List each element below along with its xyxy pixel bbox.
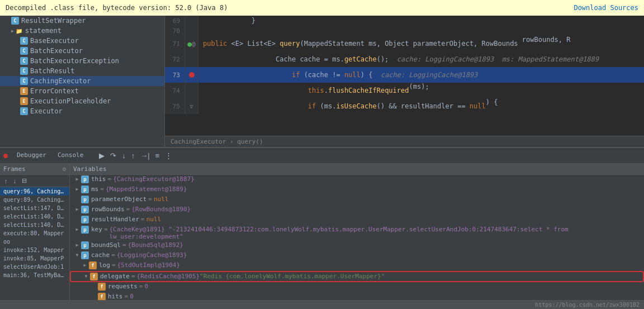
var-key[interactable]: p key = {CacheKey@1891} "-2132410446:349… — [70, 225, 644, 241]
frames-list[interactable]: query:96, CachingEx query:89, CachingEx … — [0, 187, 69, 300]
run-to-cursor-btn[interactable]: →| — [138, 150, 151, 161]
step-out-btn[interactable]: ↑ — [129, 150, 138, 161]
step-over-btn[interactable]: ↷ — [108, 150, 119, 161]
sidebar-item-batchexecutorexception[interactable]: C BatchExecutorException — [0, 56, 164, 66]
sidebar-item-executionplaceholder[interactable]: E ExecutionPlaceholder — [0, 96, 164, 106]
sidebar-item-baseexecutor[interactable]: C BaseExecutor — [0, 36, 164, 46]
line-number: 75 — [165, 98, 185, 114]
tab-debugger[interactable]: Debugger — [11, 149, 52, 162]
download-sources-link[interactable]: Download Sources — [574, 4, 638, 12]
code-lines[interactable]: 69 } 70 71 ● @ public <E> List<E> qu — [165, 16, 644, 136]
sidebar-item-executor[interactable]: C Executor — [0, 106, 164, 116]
code-line-70: 70 — [165, 26, 644, 36]
expand-icon[interactable] — [73, 226, 81, 232]
expand-icon[interactable] — [73, 251, 81, 258]
annotation-icon: @ — [192, 40, 196, 47]
line-number: 72 — [165, 51, 185, 67]
sidebar-item-batchresult[interactable]: C BatchResult — [0, 66, 164, 76]
var-requests[interactable]: f requests = 0 — [70, 282, 644, 292]
class-icon: C — [11, 17, 19, 25]
variables-list[interactable]: p this = {CachingExecutor@1887} p ms = {… — [70, 175, 644, 300]
frames-settings-icon[interactable]: ⚙ — [62, 165, 66, 173]
var-parameterobject[interactable]: p parameterObject = null — [70, 195, 644, 205]
variables-panel: Variables p this = {CachingExecutor@1887… — [70, 164, 644, 300]
line-number: 74 — [165, 83, 185, 98]
frame-item[interactable]: main:36, TestMyBati — [0, 271, 69, 279]
breadcrumb: CachingExecutor › query() — [171, 138, 263, 145]
frame-item[interactable]: selectUserAndJob:1 — [0, 263, 69, 271]
var-log[interactable]: f log = {StdOutImpl@1904} — [70, 261, 644, 271]
class-icon: C — [20, 107, 28, 115]
sidebar-item-label: BatchExecutor — [30, 47, 83, 55]
var-rowbounds[interactable]: p rowBounds = {RowBounds@1890} — [70, 205, 644, 215]
var-type-icon: p — [81, 226, 89, 234]
var-cache[interactable]: p cache = {LoggingCache@1893} — [70, 251, 644, 261]
frames-down-btn[interactable]: ↓ — [11, 176, 19, 186]
sidebar-item-batchexecutor[interactable]: C BatchExecutor — [0, 46, 164, 56]
frame-item[interactable]: query:89, CachingEx — [0, 196, 69, 204]
sidebar-item-label: ErrorContext — [30, 87, 79, 95]
frame-item[interactable]: selectList:147, Defa — [0, 204, 69, 212]
frame-item[interactable]: selectList:140, Defa — [0, 221, 69, 229]
var-delegate[interactable]: f delegate = {RedisCache@1905} "Redis {c… — [70, 271, 644, 282]
var-boundsql[interactable]: p boundSql = {BoundSql@1892} — [70, 241, 644, 251]
line-content: } — [198, 16, 255, 26]
code-line-72: 72 Cache cache = ms.getCache(); cache: L… — [165, 51, 644, 67]
var-type-icon: p — [81, 251, 89, 259]
line-gutter — [185, 16, 198, 26]
sidebar-item-label: BatchExecutorException — [30, 57, 119, 65]
expand-icon[interactable] — [73, 241, 81, 248]
code-line-71: 71 ● @ public <E> List<E> query(MappedSt… — [165, 36, 644, 51]
var-hits[interactable]: f hits = 0 — [70, 292, 644, 300]
frame-item[interactable]: query:96, CachingEx — [0, 187, 69, 196]
line-number: 73 — [165, 67, 185, 83]
debug-panel: Debugger Console ▶ ↷ ↓ ↑ →| ≡ ⋮ Frames ⚙… — [0, 147, 644, 309]
code-line-74: 74 this.flushCacheIfRequired(ms); — [165, 83, 644, 98]
frames-filter-btn[interactable]: ⊟ — [20, 176, 29, 186]
line-content — [198, 26, 203, 36]
sidebar-item-label: ExecutionPlaceholder — [30, 97, 111, 105]
resume-btn[interactable]: ▶ — [97, 150, 107, 161]
frame-item[interactable]: invoke:152, Mapper — [0, 246, 69, 254]
tab-console[interactable]: Console — [52, 149, 89, 162]
sidebar-item-resultsWrapper[interactable]: C ResultSetWrapper — [0, 16, 164, 26]
line-number: 70 — [165, 26, 185, 36]
main-area: C ResultSetWrapper 📁 statement C BaseExe… — [0, 16, 644, 147]
var-resulthandler[interactable]: p resultHandler = null — [70, 215, 644, 225]
variables-title: Variables — [73, 165, 107, 173]
code-line-69: 69 } — [165, 16, 644, 26]
frame-item[interactable]: invoke:85, MapperP — [0, 254, 69, 263]
sidebar: C ResultSetWrapper 📁 statement C BaseExe… — [0, 16, 165, 147]
breakpoint-dot — [189, 72, 195, 78]
line-content: if (cache != null) { cache: LoggingCache… — [198, 67, 644, 83]
line-content: if (ms.isUseCache() && resultHandler == … — [198, 98, 518, 114]
code-line-73: 73 if (cache != null) { cache: LoggingCa… — [165, 67, 644, 83]
expand-icon[interactable] — [81, 262, 89, 268]
line-gutter: ▽ — [185, 98, 198, 114]
class-icon: C — [20, 67, 28, 75]
arrow-down-icon: ▽ — [190, 103, 193, 110]
expand-icon[interactable] — [73, 206, 81, 212]
evaluate-btn[interactable]: ≡ — [153, 150, 162, 161]
variables-header: Variables — [70, 164, 644, 175]
var-type-icon: p — [81, 175, 89, 183]
line-gutter: ● @ — [185, 36, 198, 51]
expand-icon[interactable] — [82, 273, 90, 279]
frame-item[interactable]: oo — [0, 237, 69, 246]
frame-item[interactable]: selectList:140, Defa — [0, 212, 69, 221]
more-btn[interactable]: ⋮ — [163, 150, 174, 161]
expand-icon[interactable] — [73, 175, 81, 182]
var-type-icon: p — [81, 216, 89, 224]
frame-item[interactable]: execute:80, Mapper — [0, 229, 69, 237]
step-into-btn[interactable]: ↓ — [120, 150, 128, 161]
expand-icon[interactable] — [73, 186, 81, 192]
sidebar-item-statement[interactable]: 📁 statement — [0, 26, 164, 36]
expand-icon — [11, 28, 14, 34]
var-this[interactable]: p this = {CachingExecutor@1887} — [70, 175, 644, 185]
sidebar-item-cachingexecutor[interactable]: C CachingExecutor — [0, 76, 164, 86]
var-ms[interactable]: p ms = {MappedStatement@1889} — [70, 185, 644, 195]
class-icon: C — [20, 47, 28, 55]
sidebar-item-errorcontext[interactable]: E ErrorContext — [0, 86, 164, 96]
debug-tabs: Debugger Console ▶ ↷ ↓ ↑ →| ≡ ⋮ — [0, 148, 644, 164]
frames-up-btn[interactable]: ↑ — [2, 176, 10, 186]
